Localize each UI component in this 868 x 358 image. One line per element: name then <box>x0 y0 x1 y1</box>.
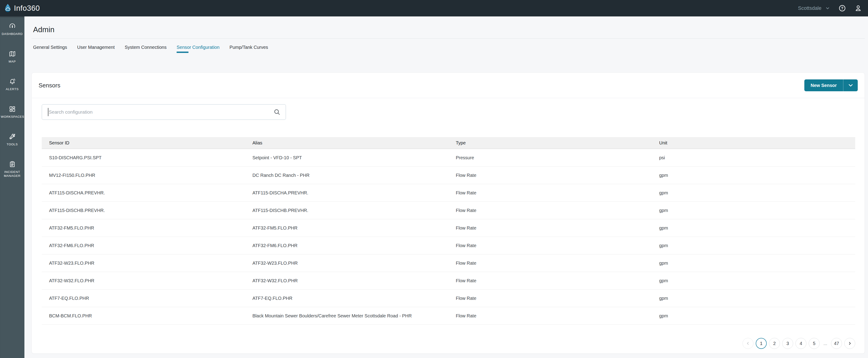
chevron-left-icon <box>745 341 750 346</box>
table-row[interactable]: S10-DISCHARG.PSI.SPT Setpoint - VFD-10 -… <box>42 149 855 167</box>
region-selector-value: Scottsdale <box>798 5 822 11</box>
tab-system-connections[interactable]: System Connections <box>125 44 166 50</box>
column-header[interactable]: Unit <box>652 137 855 149</box>
tab-label: User Management <box>77 45 115 50</box>
sidebar-item-incident-manager[interactable]: INCIDENT MANAGER <box>0 154 24 182</box>
cell-unit: gpm <box>652 307 855 325</box>
new-sensor-dropdown-button[interactable] <box>843 80 858 91</box>
sidebar-item-map[interactable]: MAP <box>0 44 24 72</box>
help-button[interactable]: ? <box>838 4 846 12</box>
tab-user-management[interactable]: User Management <box>77 44 115 50</box>
tab-pump-tank-curves[interactable]: Pump/Tank Curves <box>229 44 268 50</box>
sidebar-item-dashboard[interactable]: DASHBOARD <box>0 17 24 44</box>
pagination-button[interactable]: 47 <box>831 338 842 349</box>
cell-alias: ATF32-FM5.FLO.PHR <box>245 219 448 237</box>
pagination-button[interactable]: 3 <box>782 338 793 349</box>
sidebar-item-label: MAP <box>9 60 16 63</box>
table-row[interactable]: ATF32-FM5.FLO.PHR ATF32-FM5.FLO.PHR Flow… <box>42 219 855 237</box>
sidebar: DASHBOARD MAP ALERTS WORKSPACES TOOLS IN… <box>0 17 24 358</box>
column-header[interactable]: Sensor ID <box>42 137 245 149</box>
cell-type: Flow Rate <box>448 202 652 219</box>
cell-type: Flow Rate <box>448 237 652 255</box>
grid-icon <box>8 106 16 113</box>
app-logo: Info360 <box>4 3 40 13</box>
sidebar-item-label: TOOLS <box>7 142 18 146</box>
tab-label: System Connections <box>125 45 166 50</box>
topbar: Info360 Scottsdale ? <box>0 0 868 17</box>
user-menu-button[interactable] <box>854 4 862 12</box>
table-row[interactable]: ATF115-DISCHA.PREVHR. ATF115-DISCHA.PREV… <box>42 184 855 202</box>
cell-sensor-id: S10-DISCHARG.PSI.SPT <box>42 149 245 167</box>
cell-unit: gpm <box>652 219 855 237</box>
pagination-button[interactable] <box>743 338 753 349</box>
tab-label: General Settings <box>33 45 67 50</box>
pagination-button[interactable]: 5 <box>809 338 819 349</box>
cell-alias: Black Mountain Sewer Boulders/Carefree S… <box>245 307 448 325</box>
pagination: 1 2 3 4 5 ... <box>42 338 855 354</box>
cell-alias: ATF7-EQ.FLO.PHR <box>245 290 448 307</box>
search-box <box>42 104 286 120</box>
column-header[interactable]: Alias <box>245 137 448 149</box>
tab-general-settings[interactable]: General Settings <box>33 44 67 50</box>
cell-type: Flow Rate <box>448 307 652 325</box>
sidebar-item-alerts[interactable]: ALERTS <box>0 72 24 99</box>
table-row[interactable]: BCM-BCM.FLO.PHR Black Mountain Sewer Bou… <box>42 307 855 325</box>
map-icon <box>8 50 16 58</box>
pagination-button[interactable]: 1 <box>756 338 767 349</box>
cell-unit: gpm <box>652 237 855 255</box>
cell-alias: ATF115-DISCHA.PREVHR. <box>245 184 448 202</box>
table-row[interactable]: ATF32-W23.FLO.PHR ATF32-W23.FLO.PHR Flow… <box>42 255 855 272</box>
pagination-button: ... <box>822 338 829 349</box>
pagination-button[interactable]: 4 <box>796 338 806 349</box>
tab-label: Pump/Tank Curves <box>229 45 268 50</box>
sidebar-item-label: DASHBOARD <box>2 32 23 36</box>
water-drop-logo-icon <box>4 3 12 13</box>
chevron-down-icon <box>847 82 854 89</box>
cell-sensor-id: ATF115-DISCHA.PREVHR. <box>42 184 245 202</box>
sensors-card-header: Sensors New Sensor <box>32 73 865 98</box>
cell-unit: gpm <box>652 272 855 290</box>
help-icon: ? <box>838 4 846 12</box>
main-content: Admin General Settings User Management S… <box>24 17 868 358</box>
cell-type: Pressure <box>448 149 652 167</box>
cell-type: Flow Rate <box>448 272 652 290</box>
tab-sensor-configuration[interactable]: Sensor Configuration <box>177 44 219 50</box>
cell-sensor-id: ATF115-DISCHB.PREVHR. <box>42 202 245 219</box>
new-sensor-button-group: New Sensor <box>804 80 858 91</box>
app-title: Info360 <box>14 4 40 12</box>
cell-unit: gpm <box>652 202 855 219</box>
column-header[interactable]: Type <box>448 137 652 149</box>
cell-alias: ATF32-W23.FLO.PHR <box>245 255 448 272</box>
search-input[interactable] <box>49 109 273 115</box>
sidebar-item-tools[interactable]: TOOLS <box>0 127 24 154</box>
table-row[interactable]: MV12-FI150.FLO.PHR DC Ranch DC Ranch - P… <box>42 167 855 184</box>
sidebar-item-label: WORKSPACES <box>1 115 24 119</box>
pagination-button[interactable]: 2 <box>769 338 780 349</box>
sidebar-item-workspaces[interactable]: WORKSPACES <box>0 99 24 127</box>
chevron-right-icon <box>847 341 852 346</box>
table-header-row: Sensor IDAliasTypeUnit <box>42 137 855 149</box>
cell-sensor-id: ATF32-W23.FLO.PHR <box>42 255 245 272</box>
cell-unit: gpm <box>652 290 855 307</box>
tab-label: Sensor Configuration <box>177 45 219 50</box>
table-body: S10-DISCHARG.PSI.SPT Setpoint - VFD-10 -… <box>42 149 855 325</box>
sidebar-item-label: INCIDENT MANAGER <box>1 170 24 178</box>
clipboard-icon <box>8 161 16 168</box>
cell-unit: gpm <box>652 184 855 202</box>
tools-icon <box>8 133 16 140</box>
table-row[interactable]: ATF32-FM6.FLO.PHR ATF32-FM6.FLO.PHR Flow… <box>42 237 855 255</box>
sidebar-nav: DASHBOARD MAP ALERTS WORKSPACES TOOLS IN… <box>0 17 24 182</box>
pagination-button[interactable] <box>844 338 855 349</box>
new-sensor-button[interactable]: New Sensor <box>804 80 843 91</box>
table-row[interactable]: ATF115-DISCHB.PREVHR. ATF115-DISCHB.PREV… <box>42 202 855 219</box>
region-selector[interactable]: Scottsdale <box>798 5 830 11</box>
cell-type: Flow Rate <box>448 219 652 237</box>
chevron-down-icon <box>825 6 830 11</box>
cell-type: Flow Rate <box>448 184 652 202</box>
cell-sensor-id: ATF7-EQ.FLO.PHR <box>42 290 245 307</box>
table-row[interactable]: ATF7-EQ.FLO.PHR ATF7-EQ.FLO.PHR Flow Rat… <box>42 290 855 307</box>
user-icon <box>854 4 862 12</box>
cell-unit: psi <box>652 149 855 167</box>
table-row[interactable]: ATF32-W32.FLO.PHR ATF32-W32.FLO.PHR Flow… <box>42 272 855 290</box>
page-title: Admin <box>33 25 865 34</box>
